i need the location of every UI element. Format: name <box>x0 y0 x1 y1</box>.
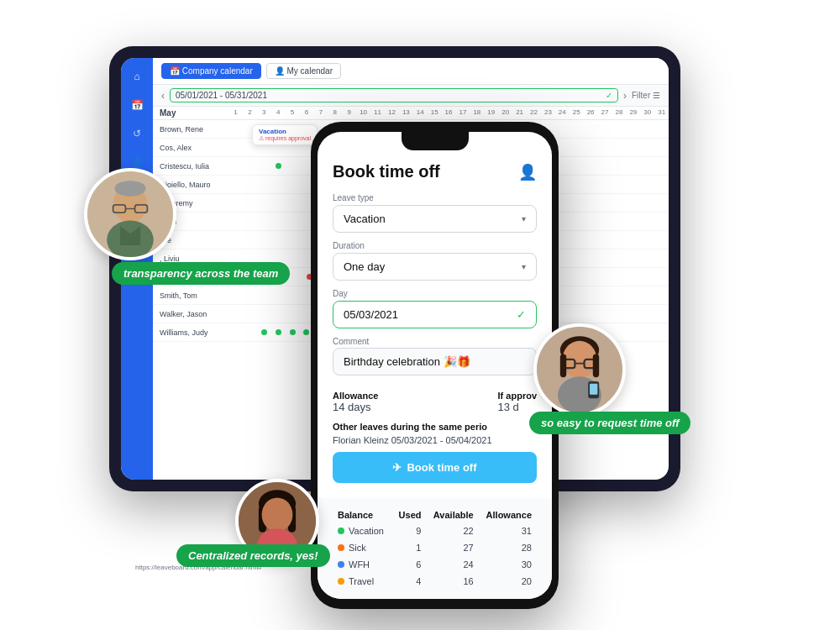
day-19: 19 <box>484 108 498 118</box>
day-1: 1 <box>228 108 243 118</box>
phone-screen-inner: Book time off 👤 Leave type Vacation ▾ Du… <box>318 132 552 498</box>
balance-table: Balance Used Available Allowance Vacatio… <box>333 507 537 591</box>
duration-label: Duration <box>333 241 537 250</box>
allowance-cell: 30 <box>479 557 535 572</box>
day-25: 25 <box>570 108 584 118</box>
day-20: 20 <box>498 108 512 118</box>
svg-point-5 <box>114 181 145 197</box>
leave-type-cell: Sick <box>334 540 391 555</box>
day-21: 21 <box>512 108 527 118</box>
balance-section: Balance Used Available Allowance Vacatio… <box>318 498 552 599</box>
day-22: 22 <box>527 108 541 118</box>
tab-my-calendar[interactable]: 👤 My calendar <box>266 63 341 79</box>
person-icon: 👤 <box>518 163 537 181</box>
leave-type-field[interactable]: Leave type Vacation ▾ <box>333 193 537 233</box>
cal-cell <box>228 157 271 175</box>
allowance-cell: 31 <box>479 523 535 538</box>
duration-value[interactable]: One day ▾ <box>333 253 537 281</box>
used-cell: 6 <box>393 557 425 572</box>
chevron-down-icon: ▾ <box>522 214 526 223</box>
allowance-col: Allowance 14 days <box>333 391 378 413</box>
prev-arrow[interactable]: ‹ <box>161 90 165 102</box>
calendar-topnav: 📅 Company calendar 👤 My calendar <box>153 58 669 85</box>
day-6: 6 <box>300 108 314 118</box>
svg-rect-17 <box>590 384 597 395</box>
available-cell: 22 <box>426 523 476 538</box>
svg-rect-13 <box>560 354 566 377</box>
checkmark-icon: ✓ <box>606 91 612 100</box>
day-label: Day <box>333 289 537 298</box>
day-3: 3 <box>257 108 271 118</box>
day-value[interactable]: 05/03/2021 ✓ <box>333 301 537 328</box>
phone: Book time off 👤 Leave type Vacation ▾ Du… <box>311 122 559 609</box>
book-header: Book time off 👤 <box>333 162 537 181</box>
checkmark-icon: ✓ <box>517 308 526 321</box>
day-5: 5 <box>286 108 300 118</box>
day-12: 12 <box>385 108 399 118</box>
date-range-input[interactable]: 05/01/2021 - 05/31/2021 ✓ <box>170 88 618 102</box>
balance-col-header: Balance <box>334 508 391 522</box>
day-10: 10 <box>356 108 370 118</box>
used-col-header: Used <box>393 508 425 522</box>
table-row: Travel 4 16 20 <box>334 574 535 589</box>
day-8: 8 <box>328 108 342 118</box>
man-svg <box>87 171 173 257</box>
comment-field[interactable]: Comment Birthday celebration 🎉🎁 <box>333 337 537 375</box>
phone-screen: Book time off 👤 Leave type Vacation ▾ Du… <box>318 132 552 599</box>
day-26: 26 <box>584 108 598 118</box>
sidebar-icon-home[interactable]: ⌂ <box>129 68 145 85</box>
allowance-row: Allowance 14 days If approv 13 d <box>333 391 537 413</box>
tab-company-calendar[interactable]: 📅 Company calendar <box>161 63 261 79</box>
woman-svg <box>537 327 622 412</box>
other-leaves-detail: Florian Kleinz 05/03/2021 - 05/04/2021 <box>333 435 537 445</box>
available-cell: 27 <box>426 540 476 555</box>
available-cell: 16 <box>426 574 476 589</box>
available-col-header: Available <box>426 508 476 522</box>
transparency-label: transparency across the team <box>112 262 290 285</box>
next-arrow[interactable]: › <box>623 90 627 102</box>
employee-name: Williams, Judy <box>153 328 228 337</box>
employee-name: Brown, Rene <box>153 125 228 134</box>
filter-button[interactable]: Filter ☰ <box>632 91 660 100</box>
chevron-down-icon: ▾ <box>522 262 526 271</box>
comment-label: Comment <box>333 337 537 346</box>
day-30: 30 <box>640 108 654 118</box>
day-13: 13 <box>399 108 413 118</box>
book-title: Book time off <box>333 162 440 181</box>
cal-cell <box>271 157 286 175</box>
sidebar-icon-history[interactable]: ↺ <box>129 125 145 142</box>
allowance-col-header: Allowance <box>479 508 535 522</box>
calendar-rangebar: ‹ 05/01/2021 - 05/31/2021 ✓ › Filter ☰ <box>153 85 669 107</box>
plane-icon: ✈ <box>392 461 402 474</box>
svg-rect-14 <box>593 354 599 377</box>
month-label: May <box>153 108 228 118</box>
sidebar-icon-calendar[interactable]: 📅 <box>129 97 145 113</box>
day-9: 9 <box>342 108 356 118</box>
day-23: 23 <box>541 108 555 118</box>
svg-point-22 <box>262 497 293 531</box>
allowance-cell: 20 <box>479 574 535 589</box>
leave-type-cell: Vacation <box>334 523 391 538</box>
cal-cell <box>286 323 300 341</box>
used-cell: 4 <box>393 574 425 589</box>
duration-field[interactable]: Duration One day ▾ <box>333 241 537 281</box>
other-leaves-title: Other leaves during the same perio <box>333 422 537 432</box>
tooltip-subtitle: ⚠ requires approval <box>259 135 311 142</box>
book-time-off-button[interactable]: ✈ Book time off <box>333 452 537 483</box>
day-28: 28 <box>612 108 626 118</box>
day-field[interactable]: Day 05/03/2021 ✓ <box>333 289 537 328</box>
employee-name: Cristescu, Iulia <box>153 162 228 171</box>
leave-type-value[interactable]: Vacation ▾ <box>333 205 537 233</box>
allowance-cell: 28 <box>479 540 535 555</box>
day-24: 24 <box>555 108 570 118</box>
day-2: 2 <box>243 108 257 118</box>
day-15: 15 <box>428 108 442 118</box>
if-approved-label: If approv <box>498 391 537 401</box>
centralized-label: Centralized records, yes! <box>176 544 330 567</box>
day-18: 18 <box>470 108 484 118</box>
comment-value[interactable]: Birthday celebration 🎉🎁 <box>333 348 537 375</box>
day-11: 11 <box>370 108 385 118</box>
leave-type-label: Leave type <box>333 193 537 202</box>
employee-name: , Liviu <box>153 255 228 263</box>
avatar-man <box>84 168 176 260</box>
